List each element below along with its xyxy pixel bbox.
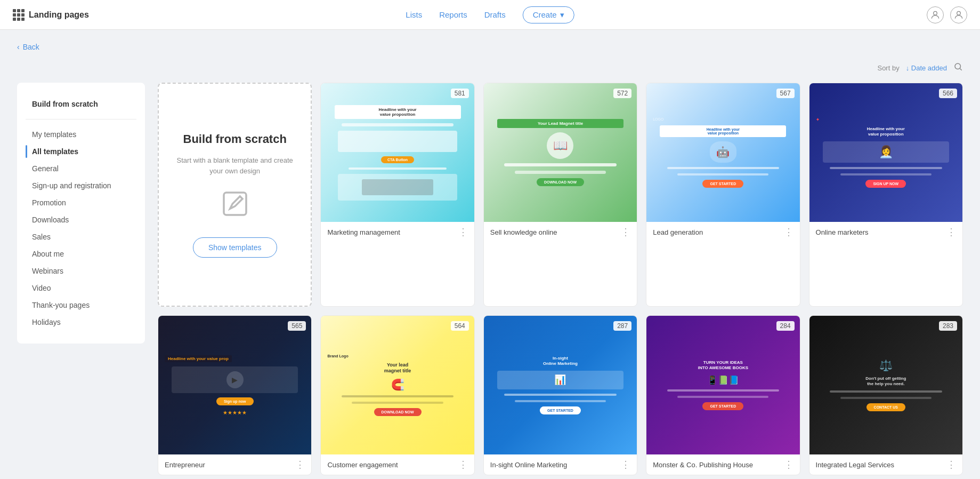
- template-card-online-marketers[interactable]: 566 ✦ Headline with yourvalue propositio…: [809, 83, 963, 307]
- count-badge-monster: 284: [776, 321, 795, 331]
- template-card-sell-knowledge[interactable]: 572 Your Lead Magnet title 📖 DOWNLOAD NO…: [483, 83, 637, 307]
- grid-icon: [13, 9, 25, 21]
- card-menu-icon-online[interactable]: ⋮: [946, 227, 956, 237]
- template-card-insight[interactable]: 287 In-sightOnline Marketing 📊 GET START…: [483, 315, 637, 475]
- template-name-insight: In-sight Online Marketing: [490, 461, 568, 469]
- card-footer-sell: Sell knowledge online ⋮: [484, 222, 637, 242]
- template-name-online: Online marketers: [816, 228, 869, 236]
- search-icon[interactable]: [953, 62, 963, 74]
- top-bar: Sort by ↓ Date added: [17, 62, 963, 74]
- svg-point-0: [934, 11, 937, 15]
- count-badge-marketing: 581: [451, 89, 469, 98]
- card-menu-icon-legal[interactable]: ⋮: [946, 460, 956, 469]
- template-name-entrepreneur: Entrepreneur: [165, 461, 205, 469]
- sidebar: Build from scratch My templates All temp…: [17, 83, 145, 344]
- template-card-entrepreneur[interactable]: 565 Headline with your value prop ▶ Sign…: [158, 315, 312, 475]
- sidebar-item-webinars[interactable]: Webinars: [26, 262, 136, 280]
- sidebar-item-promotion[interactable]: Promotion: [26, 194, 136, 211]
- grid-row-2: 565 Headline with your value prop ▶ Sign…: [158, 315, 963, 475]
- scratch-card-title: Build from scratch: [183, 132, 287, 147]
- card-thumbnail-entrepreneur: 565 Headline with your value prop ▶ Sign…: [158, 316, 311, 454]
- sort-value[interactable]: ↓ Date added: [906, 64, 947, 72]
- template-card-legal[interactable]: 283 ⚖️ Don't put off gettingthe help you…: [809, 315, 963, 475]
- card-menu-icon-sell[interactable]: ⋮: [621, 227, 630, 237]
- avatar[interactable]: [927, 6, 944, 23]
- nav-center: Lists Reports Drafts Create ▾: [406, 6, 574, 23]
- card-menu-icon-insight[interactable]: ⋮: [621, 460, 630, 469]
- count-badge-online: 566: [939, 89, 957, 98]
- nav-reports[interactable]: Reports: [439, 10, 467, 19]
- create-button[interactable]: Create ▾: [523, 6, 574, 23]
- sidebar-divider-1: [26, 119, 136, 119]
- card-footer-marketing: Marketing management ⋮: [321, 222, 474, 242]
- card-thumbnail-customer: 564 Brand Logo Your leadmagnet title 🧲 D…: [321, 316, 474, 454]
- grid-row-1: Build from scratch Start with a blank te…: [158, 83, 963, 307]
- sidebar-item-general[interactable]: General: [26, 160, 136, 177]
- card-thumbnail-online: 566 ✦ Headline with yourvalue propositio…: [809, 83, 962, 222]
- pencil-box-icon: [220, 189, 250, 225]
- card-thumbnail-legal: 283 ⚖️ Don't put off gettingthe help you…: [809, 316, 962, 454]
- card-menu-icon-customer[interactable]: ⋮: [458, 460, 468, 469]
- template-name-lead: Lead generation: [653, 228, 703, 236]
- app-title: Landing pages: [29, 10, 89, 20]
- app-logo: Landing pages: [13, 9, 89, 21]
- sidebar-build-from-scratch[interactable]: Build from scratch: [26, 95, 136, 113]
- template-card-marketing-management[interactable]: 581 Headline with yourvalue proposition …: [320, 83, 474, 307]
- back-link[interactable]: ‹ Back: [17, 43, 963, 51]
- card-thumbnail-lead: 567 LOGO Headline with yourvalue proposi…: [646, 83, 799, 222]
- count-badge-lead: 567: [776, 89, 795, 98]
- nav-drafts[interactable]: Drafts: [484, 10, 506, 19]
- card-menu-icon-lead[interactable]: ⋮: [784, 227, 793, 237]
- avatar-alt[interactable]: [950, 6, 967, 23]
- content-area: Build from scratch My templates All temp…: [17, 83, 963, 479]
- build-from-scratch-card[interactable]: Build from scratch Start with a blank te…: [158, 83, 312, 307]
- card-footer-insight: In-sight Online Marketing ⋮: [484, 454, 637, 475]
- template-name-legal: Integrated Legal Services: [816, 461, 894, 469]
- template-card-customer-engagement[interactable]: 564 Brand Logo Your leadmagnet title 🧲 D…: [320, 315, 474, 475]
- count-badge-sell: 572: [613, 89, 631, 98]
- show-templates-button[interactable]: Show templates: [193, 237, 277, 258]
- count-badge-legal: 283: [939, 321, 957, 331]
- sidebar-item-video[interactable]: Video: [26, 280, 136, 297]
- nav-right: [927, 6, 967, 23]
- card-footer-lead: Lead generation ⋮: [646, 222, 799, 242]
- template-name-marketing: Marketing management: [327, 228, 400, 236]
- sidebar-item-thank-you[interactable]: Thank-you pages: [26, 297, 136, 314]
- count-badge-entrepreneur: 565: [288, 321, 306, 331]
- card-footer-entrepreneur: Entrepreneur ⋮: [158, 454, 311, 475]
- back-arrow-icon: ‹: [17, 43, 20, 51]
- svg-point-1: [957, 11, 961, 15]
- card-footer-online: Online marketers ⋮: [809, 222, 962, 242]
- card-thumbnail-marketing: 581 Headline with yourvalue proposition …: [321, 83, 474, 222]
- template-name-sell: Sell knowledge online: [490, 228, 557, 236]
- svg-rect-4: [224, 193, 246, 215]
- template-card-lead-gen[interactable]: 567 LOGO Headline with yourvalue proposi…: [646, 83, 800, 307]
- template-name-customer: Customer engagement: [327, 461, 398, 469]
- chevron-down-icon: ▾: [560, 10, 564, 20]
- svg-point-2: [955, 63, 961, 69]
- template-name-monster: Monster & Co. Publishing House: [653, 461, 753, 469]
- templates-grid: Build from scratch Start with a blank te…: [158, 83, 963, 479]
- count-badge-customer: 564: [451, 321, 469, 331]
- card-thumbnail-sell: 572 Your Lead Magnet title 📖 DOWNLOAD NO…: [484, 83, 637, 222]
- sidebar-item-about-me[interactable]: About me: [26, 245, 136, 262]
- nav-lists[interactable]: Lists: [406, 10, 422, 19]
- card-menu-icon-entrepreneur[interactable]: ⋮: [295, 460, 305, 469]
- sidebar-item-all-templates[interactable]: All templates: [26, 143, 136, 160]
- sidebar-item-sales[interactable]: Sales: [26, 228, 136, 245]
- card-footer-legal: Integrated Legal Services ⋮: [809, 454, 962, 475]
- card-menu-icon-monster[interactable]: ⋮: [784, 460, 793, 469]
- main-content: ‹ Back Sort by ↓ Date added Build from s…: [0, 30, 980, 479]
- card-footer-customer: Customer engagement ⋮: [321, 454, 474, 475]
- template-card-monster[interactable]: 284 TURN YOUR IDEASINTO AWESOME BOOKS 📱📗…: [646, 315, 800, 475]
- sort-by-label: Sort by: [877, 64, 899, 72]
- scratch-card-subtitle: Start with a blank template and create y…: [172, 155, 298, 176]
- sidebar-item-signup-registration[interactable]: Sign-up and registration: [26, 177, 136, 194]
- sidebar-item-my-templates[interactable]: My templates: [26, 126, 136, 143]
- sidebar-item-holidays[interactable]: Holidays: [26, 314, 136, 331]
- card-footer-monster: Monster & Co. Publishing House ⋮: [646, 454, 799, 475]
- sidebar-item-downloads[interactable]: Downloads: [26, 211, 136, 228]
- card-menu-icon[interactable]: ⋮: [458, 227, 468, 237]
- svg-line-3: [960, 68, 961, 70]
- top-navigation: Landing pages Lists Reports Drafts Creat…: [0, 0, 980, 30]
